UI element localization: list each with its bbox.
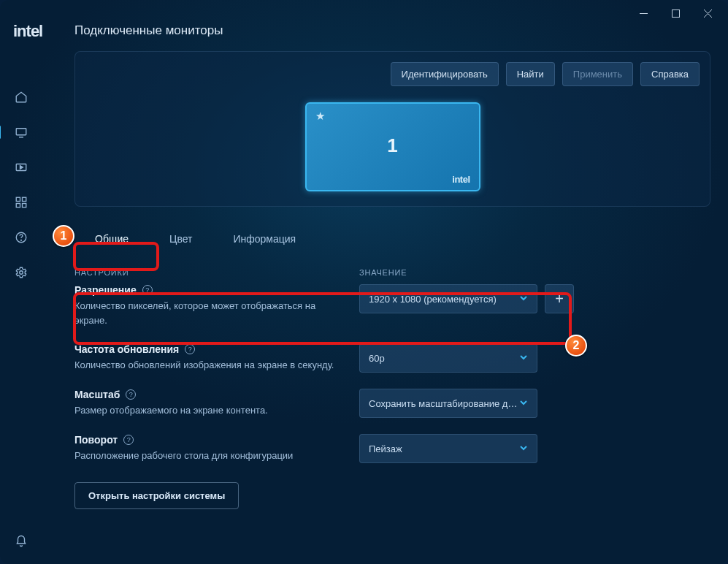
svg-rect-8 [16,197,20,201]
grid-icon[interactable] [13,194,29,210]
monitor-thumbnail[interactable]: ★ 1 intel [305,102,480,191]
monitor-panel: Идентифицировать Найти Применить Справка… [74,51,710,207]
help-icon[interactable]: ? [126,389,136,400]
chevron-down-icon [519,353,528,364]
svg-rect-9 [23,197,26,201]
setting-refresh: Частота обновления ? Количество обновлен… [74,343,710,373]
maximize-button[interactable] [659,3,691,23]
resolution-select[interactable]: 1920 x 1080 (рекомендуется) [359,284,537,313]
tab-info[interactable]: Информация [212,224,316,255]
rotation-desc: Расположение рабочего стола для конфигур… [74,449,345,463]
tab-general[interactable]: Общие [74,224,149,255]
rotation-label: Поворот [74,434,118,446]
app-window: intel Подключенные мон [0,0,728,564]
scale-label: Масштаб [74,389,120,400]
tab-color[interactable]: Цвет [149,224,212,255]
titlebar [0,0,728,23]
rotation-value: Пейзаж [369,443,402,454]
scale-desc: Размер отображаемого на экране контента. [74,403,345,418]
help-button[interactable]: Справка [640,62,700,86]
svg-marker-7 [20,166,23,169]
column-headers: НАСТРОЙКИ ЗНАЧЕНИЕ [74,268,710,277]
scale-select[interactable]: Сохранить масштабирование ди... [359,389,537,418]
open-system-settings-button[interactable]: Открыть настройки системы [74,482,239,509]
refresh-select[interactable]: 60p [359,343,537,373]
svg-rect-4 [16,129,26,135]
home-icon[interactable] [13,89,29,105]
setting-scale: Масштаб ? Размер отображаемого на экране… [74,389,710,418]
apply-button: Применить [562,62,633,86]
setting-resolution: Разрешение ? Количество пикселей, которо… [74,284,710,327]
monitor-number: 1 [387,134,397,157]
chevron-down-icon [519,294,528,305]
star-icon: ★ [315,110,325,123]
chevron-down-icon [519,398,528,409]
help-icon[interactable] [13,229,29,245]
help-icon[interactable]: ? [185,344,195,354]
bell-icon[interactable] [13,533,29,549]
svg-point-14 [20,271,23,275]
svg-rect-10 [16,204,20,207]
resolution-value: 1920 x 1080 (рекомендуется) [369,294,497,305]
resolution-desc: Количество пикселей, которое может отобр… [74,299,345,327]
main-area: Подключенные мониторы Идентифицировать Н… [42,23,728,564]
monitor-brand: intel [452,174,470,185]
page-title: Подключенные мониторы [74,23,710,38]
close-button[interactable] [691,3,724,23]
refresh-label: Частота обновления [74,343,179,355]
resolution-label: Разрешение [74,284,137,296]
identify-button[interactable]: Идентифицировать [391,62,499,86]
sidebar: intel [0,23,42,564]
svg-rect-11 [23,204,26,207]
header-value: ЗНАЧЕНИЕ [359,268,407,277]
intel-logo: intel [13,23,42,41]
annotation-marker-2: 2 [565,335,587,357]
help-icon[interactable]: ? [142,285,153,295]
video-icon[interactable] [13,159,29,175]
scale-value: Сохранить масштабирование ди... [369,398,519,409]
refresh-desc: Количество обновлений изображения на экр… [74,358,345,373]
refresh-value: 60p [369,353,385,364]
svg-point-13 [21,240,22,240]
chevron-down-icon [519,443,528,454]
minimize-button[interactable] [627,3,659,23]
rotation-select[interactable]: Пейзаж [359,434,537,463]
tab-strip: Общие Цвет Информация [74,224,710,255]
display-icon[interactable] [13,124,29,140]
annotation-marker-1: 1 [53,225,74,247]
settings-list: Разрешение ? Количество пикселей, которо… [74,284,710,463]
help-icon[interactable]: ? [123,435,134,445]
header-settings: НАСТРОЙКИ [74,268,359,277]
svg-rect-1 [672,9,679,17]
settings-icon[interactable] [13,264,29,281]
setting-rotation: Поворот ? Расположение рабочего стола дл… [74,434,710,463]
add-resolution-button[interactable]: + [545,284,574,313]
find-button[interactable]: Найти [506,62,555,86]
